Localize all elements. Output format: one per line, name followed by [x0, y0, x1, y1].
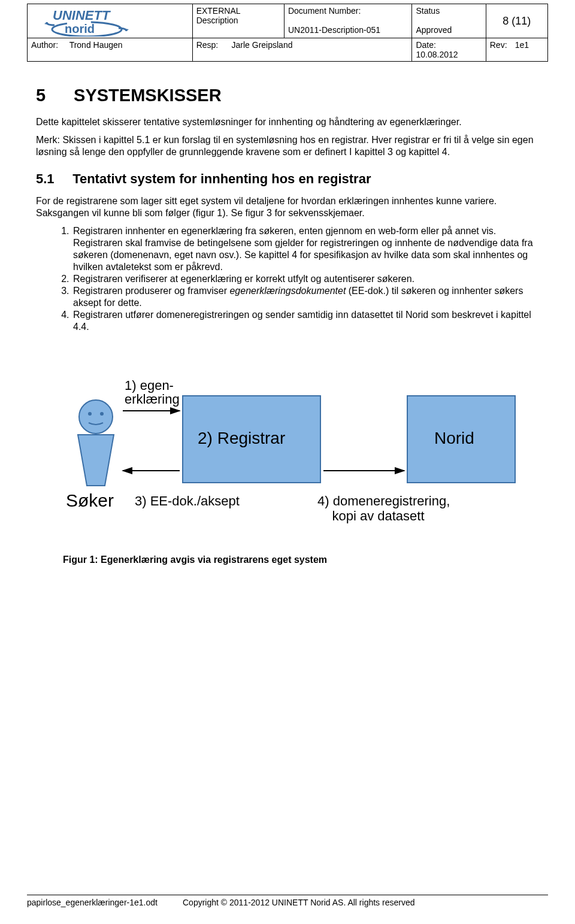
step-3-em: egenerklæringsdokumentet: [229, 286, 346, 296]
step-2: Registraren verifiserer at egenerklæring…: [72, 273, 539, 285]
intro-paragraph-1: Dette kapittelet skisserer tentative sys…: [36, 116, 539, 128]
svg-point-3: [79, 400, 113, 434]
svg-text:erklæring: erklæring: [125, 392, 180, 407]
author-label: Author:: [31, 40, 67, 50]
section-title: SYSTEMSKISSER: [74, 86, 222, 105]
svg-text:kopi av datasett: kopi av datasett: [317, 508, 425, 523]
step-3-text-a: Registraren produserer og framviser: [73, 286, 229, 296]
rev-cell: Rev: 1e1: [486, 38, 547, 62]
intro-paragraph-2: Merk: Skissen i kapittel 5.1 er kun fors…: [36, 134, 539, 158]
step-1: Registraren innhenter en egenerklæring f…: [72, 225, 539, 273]
resp-label: Resp:: [196, 40, 229, 50]
uninett-norid-logo: UNINETT norid: [29, 5, 184, 37]
resp-cell: Resp: Jarle Greipsland: [192, 38, 412, 62]
status-cell: Status Approved: [412, 4, 486, 38]
doc-type-1: EXTERNAL: [196, 6, 241, 16]
section-heading: 5 SYSTEMSKISSER: [36, 86, 539, 105]
subsection-paragraph: For de registrarene som lager sitt eget …: [36, 195, 539, 219]
svg-text:UNINETT: UNINETT: [53, 8, 111, 23]
logo-cell: UNINETT norid: [28, 4, 193, 38]
page-number: 8 (11): [486, 4, 547, 38]
step-list: Registraren innhenter en egenerklæring f…: [36, 225, 539, 333]
rev-label: Rev:: [490, 40, 513, 50]
svg-text:4) domeneregistrering,: 4) domeneregistrering,: [317, 493, 450, 508]
subsection-number: 5.1: [36, 171, 69, 187]
status-label: Status: [416, 6, 440, 16]
author-cell: Author: Trond Haugen: [28, 38, 193, 62]
doc-number-cell: Document Number: UN2011-Description-051: [284, 4, 411, 38]
figure-caption: Figur 1: Egenerklæring avgis via registr…: [63, 555, 539, 565]
doc-type-2: Description: [196, 16, 238, 25]
norid-box-label: Norid: [434, 429, 474, 447]
footer-file: papirlose_egenerklæringer-1e1.odt: [27, 898, 183, 907]
step-3: Registraren produserer og framviser egen…: [72, 285, 539, 309]
subsection-title: Tentativt system for innhenting hos en r…: [72, 171, 371, 186]
footer-copyright: Copyright © 2011-2012 UNINETT Norid AS. …: [183, 898, 548, 907]
svg-point-5: [100, 412, 104, 416]
date-value: 10.08.2012: [416, 50, 458, 59]
doc-number-label: Document Number:: [288, 6, 361, 16]
svg-text:3) EE-dok./aksept: 3) EE-dok./aksept: [135, 493, 240, 508]
date-label: Date:: [416, 40, 441, 50]
figure-1-diagram: 1) egen- erklæring 2) Registrar Norid Sø…: [60, 369, 527, 549]
doc-number: UN2011-Description-051: [288, 25, 380, 35]
document-header: UNINETT norid EXTERNAL Description Docum…: [27, 4, 548, 62]
subsection-heading: 5.1 Tentativt system for innhenting hos …: [36, 171, 539, 187]
registrar-box-label: 2) Registrar: [198, 429, 285, 447]
section-number: 5: [36, 86, 69, 105]
svg-text:1) egen-: 1) egen-: [125, 378, 174, 393]
step-1-text: Registraren innhenter en egenerklæring f…: [73, 226, 533, 272]
rev-value: 1e1: [515, 40, 529, 50]
doc-type-cell: EXTERNAL Description: [192, 4, 284, 38]
author-value: Trond Haugen: [69, 40, 123, 50]
step-4: Registraren utfører domeneregistreringen…: [72, 309, 539, 333]
resp-value: Jarle Greipsland: [232, 40, 293, 50]
page-footer: papirlose_egenerklæringer-1e1.odt Copyri…: [27, 895, 548, 907]
date-cell: Date: 10.08.2012: [412, 38, 486, 62]
svg-text:Søker: Søker: [66, 490, 114, 510]
svg-text:norid: norid: [65, 22, 95, 35]
svg-point-4: [88, 412, 92, 416]
status-value: Approved: [416, 25, 452, 35]
